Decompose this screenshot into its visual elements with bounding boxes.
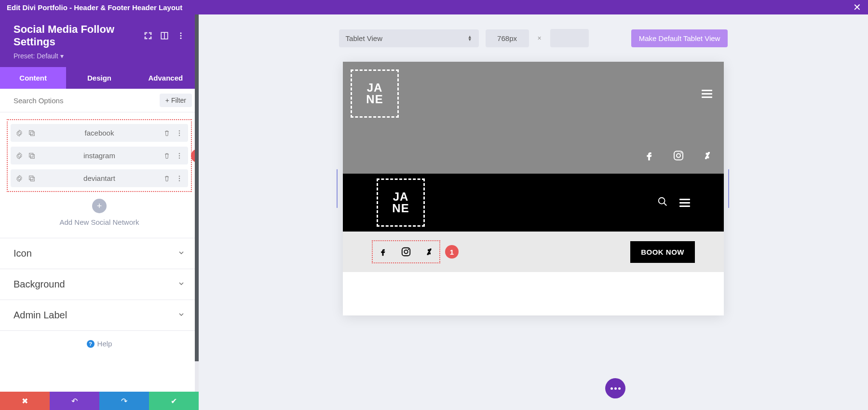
view-select[interactable]: Tablet View ▲▼ <box>339 29 479 47</box>
svg-point-26 <box>404 250 407 253</box>
svg-point-3 <box>180 35 182 37</box>
main-layout: Social Media Follow Settings Preset: Def… <box>0 14 868 410</box>
facebook-icon[interactable] <box>644 148 654 163</box>
preview-body <box>343 272 724 315</box>
more-icon[interactable] <box>176 129 183 137</box>
width-input[interactable] <box>486 29 529 47</box>
gear-icon[interactable] <box>15 152 23 160</box>
list-item[interactable]: deviantart <box>11 169 188 187</box>
tab-content[interactable]: Content <box>0 67 66 89</box>
header-social-icons <box>644 148 712 163</box>
deviantart-icon[interactable] <box>425 245 434 259</box>
trash-icon[interactable] <box>163 152 171 160</box>
save-button[interactable]: ✔ <box>149 392 199 410</box>
add-label: Add New Social Network <box>0 218 199 226</box>
filter-button[interactable]: + Filter <box>160 94 192 107</box>
list-item[interactable]: instagram <box>11 147 188 164</box>
duplicate-icon[interactable] <box>28 152 36 160</box>
instagram-icon[interactable] <box>401 245 411 259</box>
preview-wrap: JA NE JA NE <box>218 62 849 315</box>
gear-icon[interactable] <box>15 129 23 137</box>
resize-handle-left[interactable] <box>336 62 339 315</box>
more-icon[interactable] <box>176 152 183 160</box>
sidebar-header: Social Media Follow Settings Preset: Def… <box>0 14 199 67</box>
dimension-separator: × <box>536 34 543 42</box>
chevron-down-icon <box>177 249 185 259</box>
svg-point-12 <box>179 153 180 154</box>
scrollbar-thumb[interactable] <box>195 14 199 361</box>
accordion-title: Admin Label <box>14 310 67 321</box>
scrollbar[interactable] <box>195 14 199 392</box>
social-item-label: instagram <box>41 151 157 160</box>
plus-icon: + <box>165 96 169 104</box>
svg-point-27 <box>408 249 409 250</box>
settings-title: Social Media Follow Settings <box>14 23 136 48</box>
gear-icon[interactable] <box>15 175 23 182</box>
social-item-label: facebook <box>41 129 157 137</box>
preset-dropdown[interactable]: Preset: Default ▾ <box>14 52 64 60</box>
search-row: + Filter <box>0 89 199 112</box>
accordion-head-admin-label[interactable]: Admin Label <box>0 300 199 330</box>
canvas-toolbar: Tablet View ▲▼ × Make Default Tablet Vie… <box>218 29 849 47</box>
book-now-button[interactable]: BOOK NOW <box>630 241 695 263</box>
accordion-title: Background <box>14 279 65 290</box>
search-icon[interactable] <box>657 196 668 209</box>
svg-point-19 <box>179 180 180 181</box>
more-icon[interactable] <box>176 31 185 40</box>
list-item[interactable]: facebook <box>11 124 188 142</box>
height-input[interactable] <box>550 29 589 47</box>
svg-rect-15 <box>29 176 33 179</box>
redo-button[interactable]: ↷ <box>99 392 149 410</box>
facebook-icon[interactable] <box>379 245 387 259</box>
duplicate-icon[interactable] <box>28 175 36 182</box>
title-bar-text: Edit Divi Portfolio - Header & Footer He… <box>7 3 182 12</box>
svg-rect-11 <box>30 154 34 158</box>
wireframe-icon[interactable] <box>160 31 169 40</box>
sidebar-bottom-bar: ✖ ↶ ↷ ✔ <box>0 392 199 410</box>
svg-point-23 <box>659 198 665 204</box>
duplicate-icon[interactable] <box>28 129 36 137</box>
svg-line-24 <box>664 203 667 206</box>
deviantart-icon[interactable] <box>703 148 712 163</box>
svg-point-17 <box>179 176 180 177</box>
preview-gray-header: JA NE <box>343 62 724 174</box>
settings-tabs: Content Design Advanced <box>0 67 199 89</box>
preview-canvas: Tablet View ▲▼ × Make Default Tablet Vie… <box>199 14 868 410</box>
hamburger-icon[interactable] <box>679 199 690 207</box>
resize-handle-right[interactable] <box>728 62 731 315</box>
trash-icon[interactable] <box>163 175 171 182</box>
select-arrows-icon: ▲▼ <box>468 35 472 41</box>
cancel-button[interactable]: ✖ <box>0 392 50 410</box>
help-icon: ? <box>87 340 95 348</box>
svg-point-2 <box>180 32 182 34</box>
svg-point-22 <box>680 152 682 154</box>
accordion-head-icon[interactable]: Icon <box>0 238 199 269</box>
add-social-section: + Add New Social Network <box>0 192 199 238</box>
svg-point-18 <box>179 178 180 178</box>
search-input[interactable] <box>14 96 160 105</box>
accordion-title: Icon <box>14 248 32 259</box>
logo: JA NE <box>377 178 425 227</box>
chevron-down-icon <box>177 311 185 320</box>
instagram-icon[interactable] <box>673 148 684 163</box>
svg-point-21 <box>677 154 680 158</box>
chevron-down-icon: ▾ <box>60 52 64 60</box>
svg-rect-16 <box>30 177 34 181</box>
svg-rect-6 <box>30 132 34 136</box>
annotation-marker-1: 1 <box>445 245 459 259</box>
tab-advanced[interactable]: Advanced <box>133 67 199 89</box>
tab-design[interactable]: Design <box>66 67 132 89</box>
add-button[interactable]: + <box>92 199 107 213</box>
hamburger-icon[interactable] <box>702 90 712 98</box>
close-icon[interactable]: ✕ <box>853 1 861 13</box>
fab-more-button[interactable] <box>605 378 625 398</box>
more-icon[interactable] <box>176 175 183 182</box>
svg-point-9 <box>179 135 180 136</box>
make-default-button[interactable]: Make Default Tablet View <box>631 29 728 47</box>
undo-button[interactable]: ↶ <box>50 392 99 410</box>
accordion-head-background[interactable]: Background <box>0 269 199 300</box>
expand-icon[interactable] <box>144 31 152 40</box>
help-link[interactable]: ? Help <box>0 331 199 356</box>
trash-icon[interactable] <box>163 129 171 137</box>
social-network-list: 1 facebook <box>7 119 192 192</box>
